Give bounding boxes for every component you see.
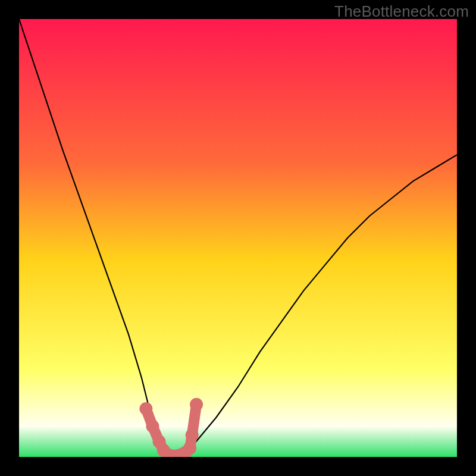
plot-svg xyxy=(19,19,457,457)
chart-frame: TheBottleneck.com xyxy=(0,0,476,476)
watermark-text: TheBottleneck.com xyxy=(334,2,469,21)
svg-point-10 xyxy=(186,428,199,441)
plot-area xyxy=(19,19,457,457)
plot-background xyxy=(19,19,457,457)
svg-point-9 xyxy=(183,441,196,455)
svg-point-0 xyxy=(139,402,152,415)
svg-point-11 xyxy=(190,398,203,411)
svg-point-1 xyxy=(146,419,159,433)
